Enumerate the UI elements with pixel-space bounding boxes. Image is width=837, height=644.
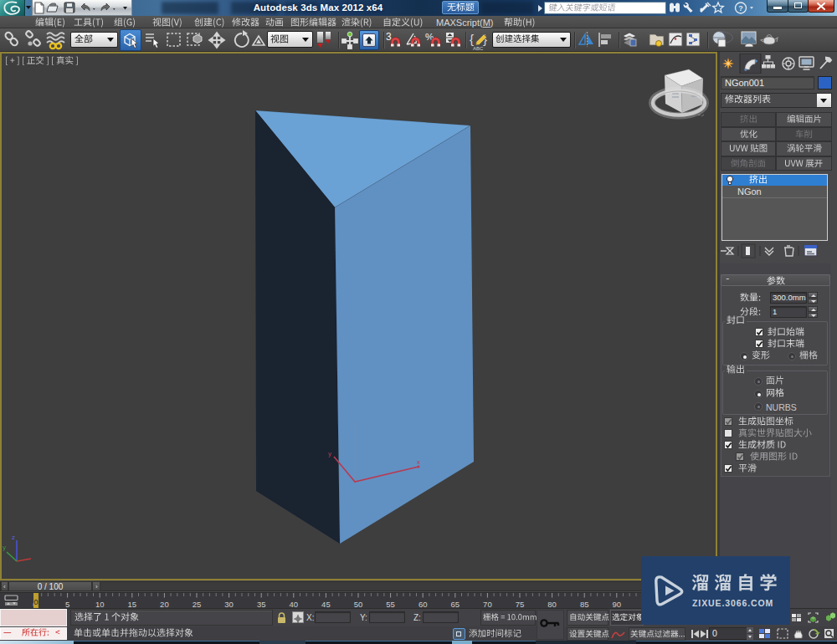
svg-text:20: 20 — [160, 600, 169, 609]
svg-text:80: 80 — [547, 600, 557, 609]
svg-text:45: 45 — [321, 600, 331, 609]
svg-text:75: 75 — [516, 600, 525, 609]
svg-text:35: 35 — [257, 600, 266, 609]
svg-text:90: 90 — [613, 600, 622, 609]
svg-text:25: 25 — [193, 600, 202, 609]
svg-text:10: 10 — [95, 600, 105, 609]
svg-text:z: z — [12, 534, 15, 541]
svg-text:30: 30 — [224, 600, 234, 609]
svg-text:y: y — [328, 450, 331, 457]
svg-text:5: 5 — [65, 600, 69, 609]
svg-text:15: 15 — [128, 600, 137, 609]
svg-text:85: 85 — [580, 600, 589, 609]
svg-text:y: y — [3, 544, 6, 551]
svg-text:65: 65 — [451, 600, 460, 609]
svg-text:?: ? — [738, 4, 743, 13]
svg-text:50: 50 — [354, 600, 363, 609]
svg-text:70: 70 — [483, 600, 492, 609]
svg-text:60: 60 — [418, 600, 428, 609]
svg-text:x: x — [417, 458, 420, 466]
svg-text:40: 40 — [290, 600, 299, 609]
svg-text:55: 55 — [386, 600, 395, 609]
